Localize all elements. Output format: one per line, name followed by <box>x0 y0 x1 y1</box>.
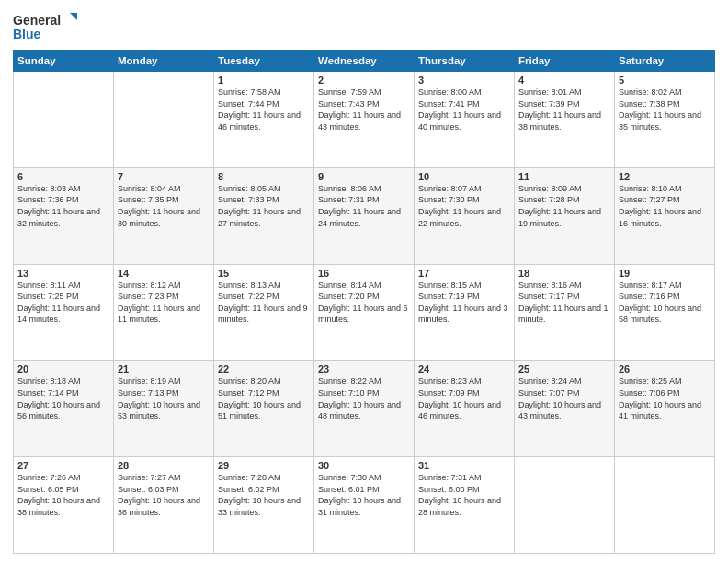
weekday-header-tuesday: Tuesday <box>214 51 314 72</box>
day-info: Sunrise: 7:27 AMSunset: 6:03 PMDaylight:… <box>118 472 210 518</box>
calendar-cell: 13Sunrise: 8:11 AMSunset: 7:25 PMDayligh… <box>14 264 114 361</box>
svg-text:Blue: Blue <box>13 27 41 41</box>
day-info: Sunrise: 8:25 AMSunset: 7:06 PMDaylight:… <box>619 375 711 421</box>
day-info: Sunrise: 7:28 AMSunset: 6:02 PMDaylight:… <box>218 472 310 518</box>
top-section: General Blue <box>13 11 715 44</box>
day-number: 27 <box>17 460 109 471</box>
calendar-cell: 11Sunrise: 8:09 AMSunset: 7:28 PMDayligh… <box>515 167 615 264</box>
calendar-cell: 6Sunrise: 8:03 AMSunset: 7:36 PMDaylight… <box>14 167 114 264</box>
calendar-cell <box>14 72 114 168</box>
calendar-cell: 14Sunrise: 8:12 AMSunset: 7:23 PMDayligh… <box>114 264 214 361</box>
logo: General Blue <box>13 11 77 44</box>
calendar-cell: 19Sunrise: 8:17 AMSunset: 7:16 PMDayligh… <box>615 264 715 361</box>
day-number: 10 <box>418 171 510 182</box>
day-info: Sunrise: 8:14 AMSunset: 7:20 PMDaylight:… <box>318 280 410 326</box>
weekday-header-thursday: Thursday <box>415 51 515 72</box>
day-number: 26 <box>619 363 711 374</box>
day-number: 20 <box>17 363 109 374</box>
day-number: 3 <box>418 75 510 86</box>
calendar-cell: 27Sunrise: 7:26 AMSunset: 6:05 PMDayligh… <box>14 457 114 554</box>
day-number: 30 <box>318 460 410 471</box>
svg-text:General: General <box>13 13 61 28</box>
calendar-cell: 21Sunrise: 8:19 AMSunset: 7:13 PMDayligh… <box>114 361 214 457</box>
calendar-week-row: 6Sunrise: 8:03 AMSunset: 7:36 PMDaylight… <box>14 167 715 264</box>
day-number: 12 <box>619 171 711 182</box>
calendar-cell <box>114 72 214 168</box>
calendar-cell: 4Sunrise: 8:01 AMSunset: 7:39 PMDaylight… <box>515 72 615 168</box>
day-info: Sunrise: 7:31 AMSunset: 6:00 PMDaylight:… <box>418 472 510 518</box>
day-info: Sunrise: 8:18 AMSunset: 7:14 PMDaylight:… <box>17 375 109 421</box>
day-info: Sunrise: 8:09 AMSunset: 7:28 PMDaylight:… <box>518 183 610 229</box>
page: General Blue SundayMondayTuesdayWednesda… <box>0 0 728 563</box>
day-number: 18 <box>518 268 610 279</box>
calendar-cell: 9Sunrise: 8:06 AMSunset: 7:31 PMDaylight… <box>314 167 415 264</box>
calendar-cell: 2Sunrise: 7:59 AMSunset: 7:43 PMDaylight… <box>314 72 415 168</box>
day-number: 2 <box>318 75 410 86</box>
day-number: 19 <box>619 268 711 279</box>
day-info: Sunrise: 8:15 AMSunset: 7:19 PMDaylight:… <box>418 280 510 326</box>
day-info: Sunrise: 8:12 AMSunset: 7:23 PMDaylight:… <box>118 280 210 326</box>
day-number: 1 <box>218 75 310 86</box>
calendar-cell <box>615 457 715 554</box>
day-number: 7 <box>118 171 210 182</box>
day-number: 14 <box>118 268 210 279</box>
calendar-cell: 20Sunrise: 8:18 AMSunset: 7:14 PMDayligh… <box>14 361 114 457</box>
day-info: Sunrise: 8:04 AMSunset: 7:35 PMDaylight:… <box>118 183 210 229</box>
day-number: 4 <box>518 75 610 86</box>
calendar-cell: 3Sunrise: 8:00 AMSunset: 7:41 PMDaylight… <box>415 72 515 168</box>
day-info: Sunrise: 8:05 AMSunset: 7:33 PMDaylight:… <box>218 183 310 229</box>
calendar-cell: 23Sunrise: 8:22 AMSunset: 7:10 PMDayligh… <box>314 361 415 457</box>
day-info: Sunrise: 8:13 AMSunset: 7:22 PMDaylight:… <box>218 280 310 326</box>
day-info: Sunrise: 7:59 AMSunset: 7:43 PMDaylight:… <box>318 86 410 132</box>
calendar-cell: 25Sunrise: 8:24 AMSunset: 7:07 PMDayligh… <box>515 361 615 457</box>
svg-marker-2 <box>70 13 77 20</box>
day-info: Sunrise: 8:10 AMSunset: 7:27 PMDaylight:… <box>619 183 711 229</box>
day-number: 6 <box>17 171 109 182</box>
weekday-header-wednesday: Wednesday <box>314 51 415 72</box>
calendar-week-row: 1Sunrise: 7:58 AMSunset: 7:44 PMDaylight… <box>14 72 715 168</box>
day-number: 13 <box>17 268 109 279</box>
calendar-week-row: 27Sunrise: 7:26 AMSunset: 6:05 PMDayligh… <box>14 457 715 554</box>
logo-svg: General Blue <box>13 11 77 44</box>
day-info: Sunrise: 8:24 AMSunset: 7:07 PMDaylight:… <box>518 375 610 421</box>
day-number: 28 <box>118 460 210 471</box>
day-info: Sunrise: 8:02 AMSunset: 7:38 PMDaylight:… <box>619 86 711 132</box>
day-info: Sunrise: 8:03 AMSunset: 7:36 PMDaylight:… <box>17 183 109 229</box>
day-number: 8 <box>218 171 310 182</box>
day-info: Sunrise: 8:00 AMSunset: 7:41 PMDaylight:… <box>418 86 510 132</box>
day-number: 23 <box>318 363 410 374</box>
calendar-cell <box>515 457 615 554</box>
day-info: Sunrise: 8:17 AMSunset: 7:16 PMDaylight:… <box>619 280 711 326</box>
day-info: Sunrise: 8:19 AMSunset: 7:13 PMDaylight:… <box>118 375 210 421</box>
day-number: 21 <box>118 363 210 374</box>
calendar-cell: 17Sunrise: 8:15 AMSunset: 7:19 PMDayligh… <box>415 264 515 361</box>
calendar-cell: 28Sunrise: 7:27 AMSunset: 6:03 PMDayligh… <box>114 457 214 554</box>
weekday-header-saturday: Saturday <box>615 51 715 72</box>
day-number: 25 <box>518 363 610 374</box>
day-info: Sunrise: 8:06 AMSunset: 7:31 PMDaylight:… <box>318 183 410 229</box>
day-number: 24 <box>418 363 510 374</box>
calendar-cell: 26Sunrise: 8:25 AMSunset: 7:06 PMDayligh… <box>615 361 715 457</box>
day-number: 31 <box>418 460 510 471</box>
calendar-table: SundayMondayTuesdayWednesdayThursdayFrid… <box>13 50 715 554</box>
weekday-header-monday: Monday <box>114 51 214 72</box>
day-number: 29 <box>218 460 310 471</box>
day-number: 15 <box>218 268 310 279</box>
calendar-cell: 12Sunrise: 8:10 AMSunset: 7:27 PMDayligh… <box>615 167 715 264</box>
calendar-cell: 5Sunrise: 8:02 AMSunset: 7:38 PMDaylight… <box>615 72 715 168</box>
calendar-cell: 24Sunrise: 8:23 AMSunset: 7:09 PMDayligh… <box>415 361 515 457</box>
day-number: 16 <box>318 268 410 279</box>
day-info: Sunrise: 8:01 AMSunset: 7:39 PMDaylight:… <box>518 86 610 132</box>
day-info: Sunrise: 7:58 AMSunset: 7:44 PMDaylight:… <box>218 86 310 132</box>
calendar-cell: 1Sunrise: 7:58 AMSunset: 7:44 PMDaylight… <box>214 72 314 168</box>
calendar-cell: 30Sunrise: 7:30 AMSunset: 6:01 PMDayligh… <box>314 457 415 554</box>
day-number: 9 <box>318 171 410 182</box>
day-info: Sunrise: 8:16 AMSunset: 7:17 PMDaylight:… <box>518 280 610 326</box>
day-info: Sunrise: 8:11 AMSunset: 7:25 PMDaylight:… <box>17 280 109 326</box>
day-number: 11 <box>518 171 610 182</box>
calendar-cell: 22Sunrise: 8:20 AMSunset: 7:12 PMDayligh… <box>214 361 314 457</box>
calendar-week-row: 13Sunrise: 8:11 AMSunset: 7:25 PMDayligh… <box>14 264 715 361</box>
day-number: 5 <box>619 75 711 86</box>
day-info: Sunrise: 8:23 AMSunset: 7:09 PMDaylight:… <box>418 375 510 421</box>
day-info: Sunrise: 8:22 AMSunset: 7:10 PMDaylight:… <box>318 375 410 421</box>
